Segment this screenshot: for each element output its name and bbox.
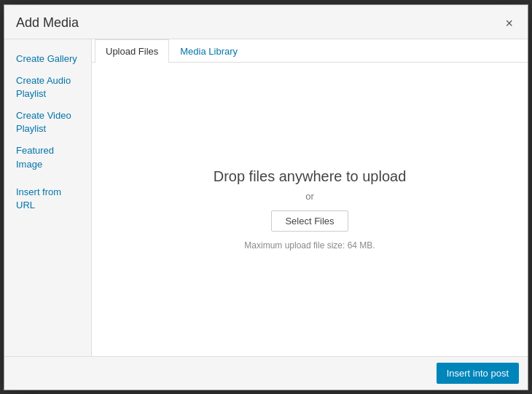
tabs-bar: Upload Files Media Library: [92, 39, 528, 63]
modal-title: Add Media: [16, 15, 79, 31]
sidebar-item-create-gallery[interactable]: Create Gallery: [4, 48, 91, 70]
sidebar-item-create-video-playlist[interactable]: Create Video Playlist: [4, 105, 91, 140]
or-text: or: [305, 191, 314, 202]
modal-header: Add Media ×: [4, 5, 528, 39]
sidebar-item-create-audio-playlist[interactable]: Create Audio Playlist: [4, 70, 91, 105]
max-upload-text: Maximum upload file size: 64 MB.: [244, 240, 375, 251]
select-files-button[interactable]: Select Files: [271, 210, 348, 232]
upload-area: Drop files anywhere to upload or Select …: [92, 63, 528, 356]
tab-media-library[interactable]: Media Library: [169, 39, 249, 63]
sidebar-item-featured-image[interactable]: Featured Image: [4, 140, 91, 175]
insert-into-post-button[interactable]: Insert into post: [437, 363, 519, 384]
close-button[interactable]: ×: [502, 15, 516, 31]
modal-footer: Insert into post: [4, 356, 528, 390]
sidebar-item-insert-from-url[interactable]: Insert from URL: [4, 181, 91, 216]
main-content: Upload Files Media Library Drop files an…: [92, 39, 528, 356]
sidebar: Create Gallery Create Audio Playlist Cre…: [4, 39, 92, 356]
tab-upload-files[interactable]: Upload Files: [95, 39, 169, 63]
add-media-modal: Add Media × Create Gallery Create Audio …: [4, 4, 528, 390]
drop-text: Drop files anywhere to upload: [214, 168, 407, 185]
modal-body: Create Gallery Create Audio Playlist Cre…: [4, 39, 528, 356]
